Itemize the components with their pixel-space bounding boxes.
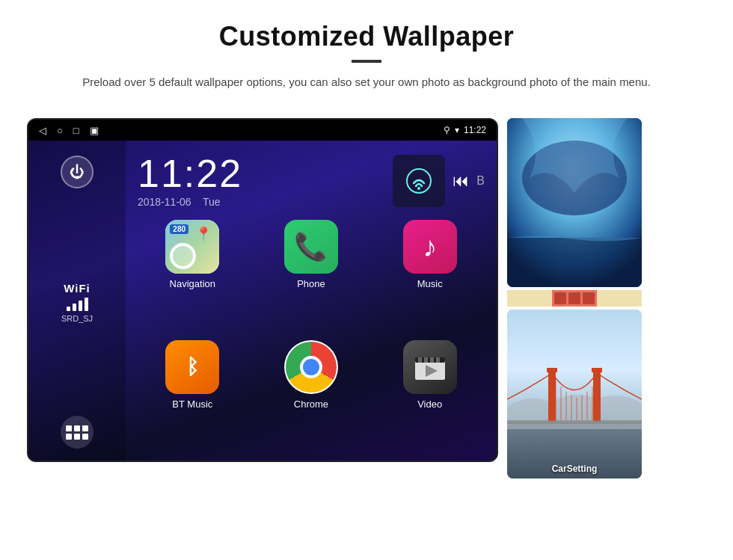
grid-dot xyxy=(82,434,88,440)
title-divider xyxy=(352,60,381,63)
recents-icon: □ xyxy=(73,125,79,136)
wifi-bars xyxy=(61,298,93,311)
wifi-status-icon: ▾ xyxy=(455,125,459,135)
screenshot-icon: ▣ xyxy=(90,125,99,136)
chrome-app-icon xyxy=(284,340,338,394)
clock-area: 11:22 2018-11-06 Tue xyxy=(138,154,242,208)
power-button[interactable]: ⏻ xyxy=(61,156,93,188)
wallpaper-thumb-golden-gate[interactable]: CarSetting xyxy=(507,310,642,479)
svg-rect-4 xyxy=(418,357,422,363)
music-label: Music xyxy=(417,278,443,289)
bt-music-app-icon: ᛒ xyxy=(165,340,219,394)
wallpaper-thumb-ice[interactable] xyxy=(507,118,642,287)
page-title: Customized Wallpaper xyxy=(45,21,688,52)
back-icon: ◁ xyxy=(39,125,46,136)
ice-svg xyxy=(507,118,642,287)
svg-rect-17 xyxy=(592,368,602,372)
grid-dot xyxy=(74,425,80,431)
media-widget: ⏮ B xyxy=(393,155,485,207)
wifi-bar-4 xyxy=(85,298,88,311)
bluetooth-icon: ᛒ xyxy=(186,355,199,379)
strip-element xyxy=(552,290,597,307)
device-mockup: ◁ ○ □ ▣ ⚲ ▾ 11:22 ⏻ WiFi xyxy=(27,118,498,462)
ice-cave-image xyxy=(507,118,642,287)
page-subtitle: Preload over 5 default wallpaper options… xyxy=(60,73,673,91)
clapperboard-icon xyxy=(412,351,448,383)
app-item-music[interactable]: ♪ Music xyxy=(375,220,485,331)
sidebar: ⏻ WiFi SRD_SJ xyxy=(28,141,126,462)
app-item-chrome[interactable]: Chrome xyxy=(257,340,366,452)
app-grid: 280 📍 Navigation 📞 Phone xyxy=(138,220,485,452)
golden-gate-image: CarSetting xyxy=(507,310,642,479)
svg-rect-5 xyxy=(424,357,428,363)
video-label: Video xyxy=(417,399,442,410)
app-item-video[interactable]: Video xyxy=(375,340,485,452)
golden-gate-svg xyxy=(507,310,642,479)
wifi-info: WiFi SRD_SJ xyxy=(61,282,93,323)
navigation-label: Navigation xyxy=(170,278,215,289)
time-date-row: 11:22 2018-11-06 Tue xyxy=(138,148,485,220)
status-time: 11:22 xyxy=(464,125,486,135)
wifi-network: SRD_SJ xyxy=(61,314,93,323)
app-item-bt-music[interactable]: ᛒ BT Music xyxy=(138,340,248,452)
grid-dot xyxy=(74,434,80,440)
grid-dot xyxy=(66,425,72,431)
wifi-signal-icon xyxy=(405,167,433,195)
carsetting-label: CarSetting xyxy=(552,464,598,474)
phone-label: Phone xyxy=(297,278,325,289)
track-letter: B xyxy=(476,174,485,188)
strip-icons xyxy=(553,291,596,306)
chrome-inner-circle xyxy=(300,356,322,378)
chrome-label: Chrome xyxy=(294,399,328,410)
grid-dots xyxy=(66,425,88,440)
media-icon-box xyxy=(393,155,445,207)
content-area: ◁ ○ □ ▣ ⚲ ▾ 11:22 ⏻ WiFi xyxy=(0,118,733,479)
svg-rect-6 xyxy=(430,357,434,363)
app-item-navigation[interactable]: 280 📍 Navigation xyxy=(138,220,248,331)
wifi-bar-1 xyxy=(67,307,70,311)
clock-time: 11:22 xyxy=(138,154,242,193)
svg-rect-18 xyxy=(507,420,642,424)
video-app-icon xyxy=(403,340,457,394)
status-bar: ◁ ○ □ ▣ ⚲ ▾ 11:22 xyxy=(28,120,497,141)
wifi-bar-2 xyxy=(73,304,76,311)
location-icon: ⚲ xyxy=(444,125,450,135)
home-icon: ○ xyxy=(57,125,63,136)
svg-point-1 xyxy=(417,187,420,190)
wifi-bar-3 xyxy=(79,301,82,311)
svg-rect-16 xyxy=(547,368,557,372)
screen-main: ⏻ WiFi SRD_SJ xyxy=(28,141,497,462)
svg-rect-11 xyxy=(507,238,642,287)
prev-track-icon[interactable]: ⏮ xyxy=(453,171,469,191)
nav-pin-icon: 📍 xyxy=(195,226,212,242)
phone-app-icon: 📞 xyxy=(284,220,338,274)
svg-rect-7 xyxy=(436,357,440,363)
wallpaper-strip xyxy=(507,290,642,307)
page-header: Customized Wallpaper Preload over 5 defa… xyxy=(0,0,733,105)
status-nav-icons: ◁ ○ □ ▣ xyxy=(39,125,99,136)
center-content: 11:22 2018-11-06 Tue xyxy=(126,141,497,462)
bt-music-label: BT Music xyxy=(172,399,212,410)
chrome-outer-ring xyxy=(286,342,337,393)
apps-grid-button[interactable] xyxy=(61,416,93,449)
phone-icon: 📞 xyxy=(294,231,328,262)
music-note-icon: ♪ xyxy=(423,231,437,263)
wallpaper-thumbnails: CarSetting xyxy=(507,118,642,479)
nav-badge: 280 xyxy=(170,224,188,234)
app-item-phone[interactable]: 📞 Phone xyxy=(257,220,366,331)
music-app-icon: ♪ xyxy=(403,220,457,274)
grid-dot xyxy=(82,425,88,431)
grid-dot xyxy=(66,434,72,440)
clock-date: 2018-11-06 Tue xyxy=(138,196,242,208)
wifi-label: WiFi xyxy=(61,282,93,295)
navigation-app-icon: 280 📍 xyxy=(165,220,219,274)
status-right: ⚲ ▾ 11:22 xyxy=(444,125,486,135)
